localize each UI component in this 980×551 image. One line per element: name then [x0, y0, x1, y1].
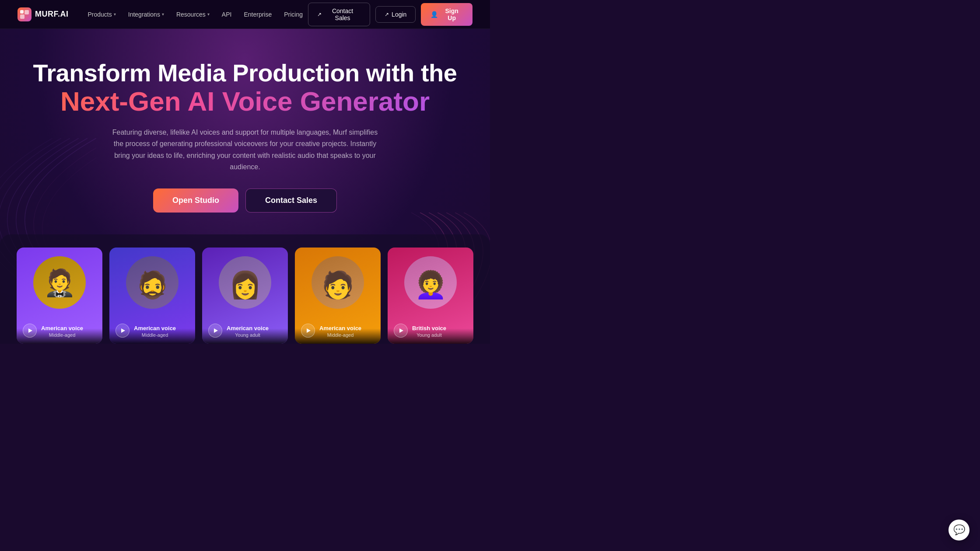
- voice-age-4: Middle-aged: [319, 332, 361, 338]
- voice-age-1: Middle-aged: [41, 332, 83, 338]
- hero-title-white: Transform Media Production with the: [9, 59, 481, 87]
- voice-type-5: British voice: [412, 325, 446, 332]
- svg-rect-1: [24, 10, 29, 14]
- play-button-1[interactable]: [23, 324, 37, 338]
- play-icon: [28, 328, 32, 333]
- voice-card-2-overlay: American voice Middle-aged: [109, 318, 195, 344]
- nav-right: ↗ Contact Sales ↗ Login 👤 Sign Up: [308, 3, 472, 26]
- play-button-2[interactable]: [116, 324, 130, 338]
- hero-content: Transform Media Production with the Next…: [9, 59, 481, 344]
- hero-section: Transform Media Production with the Next…: [0, 29, 490, 344]
- voice-card-3[interactable]: 👩 American voice Young adult: [202, 248, 288, 344]
- voice-age-5: Young adult: [412, 332, 446, 338]
- voice-cards-wrapper: 🤵 American voice Middle-aged: [0, 234, 490, 344]
- nav-item-products[interactable]: Products ▾: [83, 7, 121, 21]
- svg-rect-2: [20, 14, 24, 19]
- navbar: MURF.AI Products ▾ Integrations ▾ Resour…: [0, 0, 490, 29]
- play-button-5[interactable]: [394, 324, 408, 338]
- open-studio-button[interactable]: Open Studio: [153, 188, 238, 213]
- voice-card-2[interactable]: 🧔 American voice Middle-aged: [109, 248, 195, 344]
- voice-type-4: American voice: [319, 325, 361, 332]
- logo-icon: [18, 7, 32, 21]
- chevron-down-icon: ▾: [207, 12, 210, 17]
- voice-type-2: American voice: [134, 325, 176, 332]
- chevron-down-icon: ▾: [114, 12, 116, 17]
- play-icon: [307, 328, 311, 333]
- voice-age-2: Middle-aged: [134, 332, 176, 338]
- voice-card-3-overlay: American voice Young adult: [202, 318, 288, 344]
- voice-card-1[interactable]: 🤵 American voice Middle-aged: [17, 248, 102, 344]
- voice-card-4-overlay: American voice Middle-aged: [295, 318, 381, 344]
- contact-sales-hero-button[interactable]: Contact Sales: [245, 188, 337, 213]
- arrow-icon: ↗: [317, 11, 322, 17]
- voice-type-3: American voice: [227, 325, 269, 332]
- nav-items: Products ▾ Integrations ▾ Resources ▾ AP…: [83, 7, 308, 21]
- nav-left: MURF.AI Products ▾ Integrations ▾ Resour…: [18, 7, 308, 21]
- contact-sales-button[interactable]: ↗ Contact Sales: [308, 3, 370, 26]
- voice-info-3: American voice Young adult: [227, 325, 269, 338]
- person-icon: 👤: [430, 11, 438, 18]
- voice-info-1: American voice Middle-aged: [41, 325, 83, 338]
- voice-info-5: British voice Young adult: [412, 325, 446, 338]
- voice-card-4[interactable]: 🧑 American voice Middle-aged: [295, 248, 381, 344]
- nav-item-api[interactable]: API: [217, 7, 237, 21]
- voice-info-4: American voice Middle-aged: [319, 325, 361, 338]
- play-button-3[interactable]: [208, 324, 222, 338]
- arrow-icon: ↗: [385, 11, 389, 17]
- chevron-down-icon: ▾: [162, 12, 164, 17]
- play-icon: [399, 328, 403, 333]
- login-button[interactable]: ↗ Login: [375, 6, 416, 23]
- hero-buttons: Open Studio Contact Sales: [9, 188, 481, 213]
- voice-info-2: American voice Middle-aged: [134, 325, 176, 338]
- svg-rect-0: [20, 10, 24, 14]
- signup-button[interactable]: 👤 Sign Up: [421, 3, 472, 26]
- play-icon: [121, 328, 125, 333]
- voice-card-5-overlay: British voice Young adult: [388, 318, 473, 344]
- logo[interactable]: MURF.AI: [18, 7, 69, 21]
- nav-item-pricing[interactable]: Pricing: [279, 7, 308, 21]
- voice-card-5[interactable]: 👩‍🦱 British voice Young adult: [388, 248, 473, 344]
- nav-item-integrations[interactable]: Integrations ▾: [123, 7, 169, 21]
- hero-title-gradient: Next-Gen AI Voice Generator: [9, 87, 481, 116]
- nav-item-resources[interactable]: Resources ▾: [171, 7, 215, 21]
- nav-item-enterprise[interactable]: Enterprise: [238, 7, 277, 21]
- voice-age-3: Young adult: [227, 332, 269, 338]
- logo-text: MURF.AI: [35, 10, 69, 19]
- voice-card-1-overlay: American voice Middle-aged: [17, 318, 102, 344]
- voice-type-1: American voice: [41, 325, 83, 332]
- play-icon: [214, 328, 218, 333]
- play-button-4[interactable]: [301, 324, 315, 338]
- voice-cards-list: 🤵 American voice Middle-aged: [13, 248, 477, 344]
- hero-subtitle: Featuring diverse, lifelike AI voices an…: [109, 127, 381, 173]
